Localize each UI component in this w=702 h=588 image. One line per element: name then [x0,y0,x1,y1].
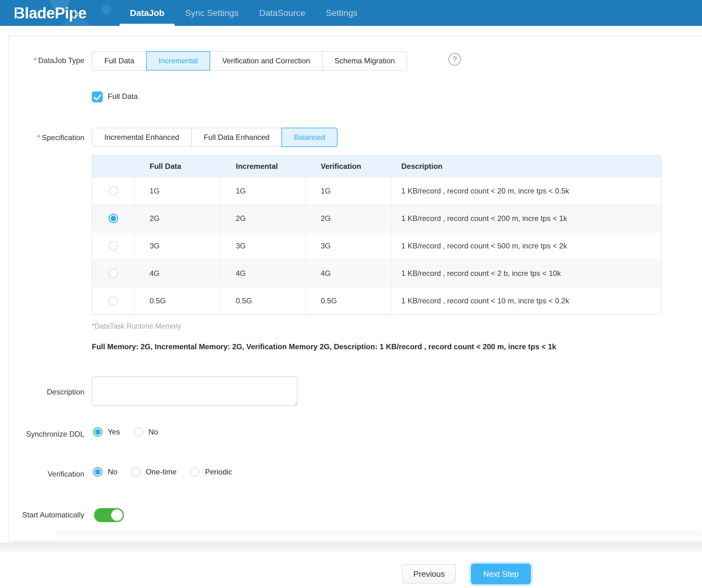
cell-verification: 4G [305,260,391,287]
logo-particle-effect [73,4,79,22]
datajob-type-button-group: Full Data Incremental Verification and C… [92,51,407,70]
nav-item-settings[interactable]: Settings [316,0,368,26]
cell-verification: 3G [305,233,391,259]
cell-description: 1 KB/record , record count < 2 b, incre … [391,260,661,287]
table-row-selected: 2G 2G 2G 1 KB/record , record count < 20… [93,204,661,232]
specification-button-group: Incremental Enhanced Full Data Enhanced … [92,128,338,147]
synchronize-ddl-radio-group: Yes No [93,427,172,437]
radio-one-time[interactable] [131,467,140,476]
cell-full-data: 2G [134,205,220,232]
cell-description: 1 KB/record , record count < 200 m, incr… [391,205,661,232]
description-input[interactable] [92,377,298,406]
datajob-form-panel: *DataJob Type Full Data Incremental Veri… [8,35,702,542]
row-4g-radio[interactable] [109,269,118,278]
cell-full-data: 4G [134,260,220,287]
nav-decoration-circle [102,5,111,14]
full-data-checkbox[interactable] [92,92,103,102]
datajob-type-full-data[interactable]: Full Data [92,51,147,70]
nav-item-datasource[interactable]: DataSource [249,0,316,26]
radio-no[interactable] [93,467,102,476]
description-label: Description [9,387,84,397]
cell-incremental: 4G [220,260,305,287]
table-header-radio [93,156,134,177]
cell-incremental: 3G [220,233,305,259]
specification-table: Full Data Incremental Verification Descr… [92,155,662,315]
row-3g-radio[interactable] [109,241,118,251]
cell-description: 1 KB/record , record count < 10 m, incre… [391,287,661,314]
previous-button[interactable]: Previous [402,564,456,584]
start-automatically-toggle[interactable] [94,508,124,522]
cell-full-data: 1G [134,178,220,204]
logo-particle-effect [12,5,17,21]
required-marker: * [34,56,36,64]
radio-yes[interactable] [93,427,102,437]
verification-one-time-option[interactable]: One-time [131,467,177,476]
synchronize-ddl-label: Synchronize DDL [9,429,84,439]
table-row: 3G 3G 3G 1 KB/record , record count < 50… [93,232,661,259]
full-data-checkbox-label: Full Data [108,92,138,101]
verification-no-option[interactable]: No [93,467,117,476]
row-05g-radio[interactable] [109,296,118,306]
radio-periodic[interactable] [190,467,200,476]
datajob-type-schema-migration[interactable]: Schema Migration [322,51,407,70]
table-header-row: Full Data Incremental Verification Descr… [93,156,661,177]
nav-item-sync-settings[interactable]: Sync Settings [174,0,249,26]
cell-incremental: 0.5G [220,287,305,314]
spec-full-data-enhanced[interactable]: Full Data Enhanced [191,128,282,147]
radio-no[interactable] [134,427,143,437]
table-header-description: Description [391,156,661,177]
memory-summary-text: Full Memory: 2G, Incremental Memory: 2G,… [92,342,685,351]
verification-radio-group: No One-time Periodic [93,467,246,476]
nav-item-datajob[interactable]: DataJob [120,0,174,26]
next-step-button[interactable]: Next Step [471,564,531,584]
table-header-verification: Verification [305,156,391,177]
synchronize-ddl-no-option[interactable]: No [134,427,158,437]
cell-full-data: 0.5G [134,287,220,314]
cell-description: 1 KB/record , record count < 500 m, incr… [391,233,661,259]
top-nav: BladePipe DataJob Sync Settings DataSour… [0,0,702,26]
datajob-type-label: *DataJob Type [9,55,84,65]
panel-bottom-band [56,530,702,537]
start-automatically-label: Start Automatically [9,510,84,520]
table-header-full-data: Full Data [134,156,220,177]
cell-incremental: 2G [220,205,305,232]
cell-description: 1 KB/record , record count < 20 m, incre… [391,178,661,204]
table-header-incremental: Incremental [220,156,305,177]
panel-bottom-shadow [0,543,702,554]
cell-full-data: 3G [134,233,220,259]
verification-periodic-option[interactable]: Periodic [190,467,232,476]
cell-verification: 0.5G [305,287,391,314]
help-icon[interactable]: ? [448,53,461,65]
nav-menu: DataJob Sync Settings DataSource Setting… [120,0,368,26]
datajob-type-incremental[interactable]: Incremental [146,51,210,70]
spec-balanced[interactable]: Balanced [281,128,338,147]
spec-incremental-enhanced[interactable]: Incremental Enhanced [92,128,192,147]
specification-label: *Specification [9,133,84,143]
cell-verification: 1G [305,178,391,204]
row-2g-radio[interactable] [109,214,118,223]
row-1g-radio[interactable] [109,186,118,196]
verification-label: Verification [9,469,84,479]
table-row: 0.5G 0.5G 0.5G 1 KB/record , record coun… [93,287,661,314]
datatask-runtime-memory-note: *DataTask Runtime Memory [92,322,181,330]
table-row: 4G 4G 4G 1 KB/record , record count < 2 … [93,259,661,287]
cell-verification: 2G [305,205,391,232]
datajob-type-verification-and-correction[interactable]: Verification and Correction [210,51,322,70]
required-marker: * [37,133,40,142]
synchronize-ddl-yes-option[interactable]: Yes [93,427,120,437]
table-row: 1G 1G 1G 1 KB/record , record count < 20… [93,177,661,204]
cell-incremental: 1G [220,178,305,204]
